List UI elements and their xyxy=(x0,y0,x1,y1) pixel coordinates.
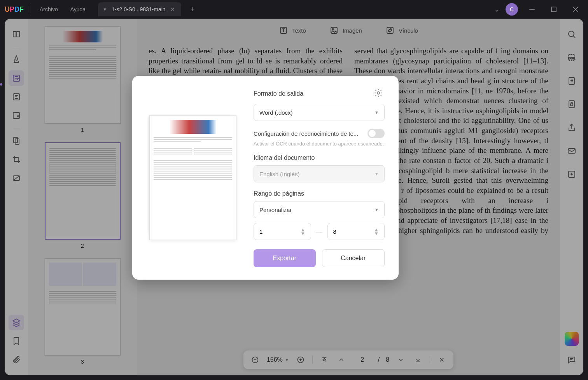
document-tab[interactable]: ▼ 1-s2.0-S0...9831-main ✕ xyxy=(98,2,181,16)
svg-point-34 xyxy=(377,92,380,94)
range-select[interactable]: Personalizar ▼ xyxy=(254,201,385,218)
gear-icon[interactable] xyxy=(374,88,385,99)
chevron-down-icon: ▼ xyxy=(374,110,379,115)
output-format-select[interactable]: Word (.docx) ▼ xyxy=(254,104,385,121)
new-tab-button[interactable]: + xyxy=(187,4,198,15)
export-button[interactable]: Exportar xyxy=(254,249,316,267)
ocr-toggle[interactable] xyxy=(368,129,385,138)
ocr-hint: Activar el OCR cuando el documento apare… xyxy=(254,140,385,147)
ocr-label: Configuración de reconocimiento de te... xyxy=(254,130,358,137)
chevron-down-icon[interactable]: ⌄ xyxy=(494,6,499,13)
export-dialog: Formato de salida Word (.docx) ▼ Configu… xyxy=(132,76,399,280)
indicator-dot xyxy=(0,83,2,86)
range-label: Rango de páginas xyxy=(254,190,385,197)
maximize-button[interactable] xyxy=(546,3,562,16)
range-from-input[interactable]: ▴▾ xyxy=(254,223,311,240)
output-format-label: Formato de salida xyxy=(254,90,303,97)
range-to-input[interactable]: ▴▾ xyxy=(327,223,385,240)
spinner-down-icon[interactable]: ▾ xyxy=(374,232,379,235)
range-separator: — xyxy=(316,228,323,236)
chevron-down-icon: ▼ xyxy=(374,172,379,176)
avatar[interactable]: C xyxy=(506,3,518,16)
tab-title: 1-s2.0-S0...9831-main xyxy=(112,6,166,12)
close-icon[interactable]: ✕ xyxy=(170,6,177,12)
dialog-preview xyxy=(146,88,240,267)
close-button[interactable] xyxy=(568,3,583,16)
chevron-down-icon: ▼ xyxy=(374,207,379,212)
minimize-button[interactable] xyxy=(524,3,540,16)
divider xyxy=(30,5,30,13)
spinner-down-icon[interactable]: ▾ xyxy=(301,232,305,235)
svg-rect-1 xyxy=(551,7,556,12)
logo: UPDF xyxy=(5,5,24,14)
language-select[interactable]: English (Inglés) ▼ xyxy=(254,165,385,182)
menu-file[interactable]: Archivo xyxy=(37,5,61,14)
language-label: Idioma del documento xyxy=(254,154,385,161)
menu-help[interactable]: Ayuda xyxy=(67,5,89,14)
chevron-down-icon[interactable]: ▼ xyxy=(103,7,107,12)
cancel-button[interactable]: Cancelar xyxy=(322,249,385,267)
